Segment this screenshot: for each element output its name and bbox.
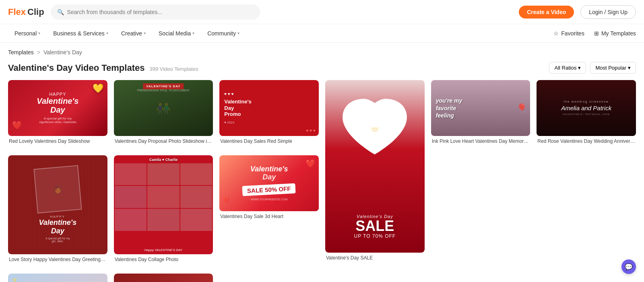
balloon-decoration: 🎈: [517, 103, 527, 113]
breadcrumb-current: Valentine's Day: [43, 49, 82, 56]
page-heading: Valentine's Day Video Templates: [8, 63, 144, 73]
logo-clip: Clip: [27, 7, 44, 17]
template-label-4: Valentine's Day SALE: [325, 253, 425, 266]
header: FlexClip 🔍 Create a Video Login / Sign U…: [0, 0, 644, 24]
chevron-down-icon: ▾: [578, 65, 581, 71]
search-input[interactable]: [67, 9, 254, 15]
heart-3d-small: ❤️: [223, 197, 229, 203]
template-card-11[interactable]: Valentine's Day: [114, 274, 213, 282]
chevron-down-icon: ▾: [38, 31, 40, 35]
template-grid: HAPPY Valentine'sDay A special gift for …: [0, 80, 644, 282]
create-video-button[interactable]: Create a Video: [519, 6, 574, 19]
template-label-5: Ink Pink Love Heart Valentines Day Memor…: [431, 136, 530, 149]
proposal-subtitle: PRESENTATION TITLE, TO DOCUMENT: [137, 89, 190, 92]
template-label-8: Valentines Day Collage Photo: [114, 254, 213, 267]
chevron-down-icon: ▾: [237, 31, 239, 35]
page-title-row: Valentine's Day Video Templates 399 Vide…: [0, 59, 644, 80]
layers-icon: ⊞: [594, 30, 599, 37]
chevron-down-icon: ▾: [192, 31, 194, 35]
chat-bubble[interactable]: 💬: [621, 259, 636, 274]
template-card-10[interactable]: ❄️ ⭐: [8, 274, 107, 282]
heart-decoration: 💛: [93, 83, 103, 94]
heart-decoration: ❤️: [12, 120, 22, 130]
popularity-filter-button[interactable]: Most Popular ▾: [590, 62, 636, 74]
template-count: 399 Video Templates: [149, 66, 198, 72]
nav-personal[interactable]: Personal ▾: [8, 24, 47, 42]
template-preview-1: HAPPY Valentine'sDay A special gift for …: [33, 88, 83, 128]
nav-creative[interactable]: Creative ▾: [115, 24, 152, 42]
template-label-7: Love Story Happy Valentines Day Greeting…: [8, 254, 107, 267]
chevron-down-icon: ▾: [106, 31, 108, 35]
template-card-5[interactable]: you're myfavoritefeeling 🎈 Ink Pink Love…: [431, 80, 530, 149]
template-card-6[interactable]: the wedding slideshow Amelia and Patrick…: [537, 80, 636, 149]
template-preview-left-3: ♥ ♥ ♥ Valentine'sDayPromo ♥ 2023: [219, 87, 269, 129]
template-card-8[interactable]: Camila ♥ Charlie Happy VALENTINE'S DAY V…: [114, 155, 213, 268]
favorites-link[interactable]: ☆ Favorites: [553, 30, 584, 37]
template-card-4[interactable]: 🤝 Valentine's Day SALE UP TO 70% OFF Val…: [325, 80, 425, 267]
star-decoration: ⭐: [12, 278, 17, 282]
main-nav: Personal ▾ Business & Services ▾ Creativ…: [0, 24, 644, 43]
heart-shape: 🤝: [339, 94, 411, 165]
template-label-3: Valentines Day Sales Red Simple: [219, 136, 319, 149]
collage-names: Camila ♥ Charlie: [149, 158, 178, 162]
sale-content: Valentine'sDay SALE 50% OFF WWW.YOURWEBS…: [238, 161, 299, 205]
my-templates-link[interactable]: ⊞ My Templates: [594, 30, 636, 37]
nav-business[interactable]: Business & Services ▾: [47, 24, 115, 42]
header-right: Create a Video Login / Sign Up: [519, 5, 636, 19]
template-text-5: you're myfavoritefeeling: [436, 97, 462, 119]
template-card-9[interactable]: BRANDNAME Valentine'sDay SALE 50% OFF WW…: [219, 155, 319, 268]
template-label-2: Valentines Day Proposal Photo Slideshow …: [114, 136, 213, 149]
star-icon: ☆: [553, 30, 559, 37]
nav-community[interactable]: Community ▾: [201, 24, 246, 42]
collage-grid: [115, 163, 213, 254]
love-story-text: HAPPY Valentine's Day A special gift for…: [39, 215, 77, 243]
page-title: Valentine's Day Video Templates 399 Vide…: [8, 63, 198, 73]
search-icon: 🔍: [57, 9, 64, 15]
logo[interactable]: FlexClip: [8, 7, 44, 17]
partial-content: Valentine's Day: [114, 274, 213, 282]
chevron-down-icon: ▾: [144, 31, 146, 35]
bottom-hearts: ♥ ♥ ♥: [306, 128, 316, 133]
search-bar[interactable]: 🔍: [51, 4, 260, 20]
template-label-9: Valentines Day Sale 3d Heart: [219, 211, 319, 224]
template-card-1[interactable]: HAPPY Valentine'sDay A special gift for …: [8, 80, 107, 149]
template-label-6: Red Rose Valentines Day Wedding Annivers…: [537, 136, 636, 149]
logo-flex: Flex: [8, 7, 26, 17]
sale-text-overlay: Valentine's Day SALE UP TO 70% OFF: [354, 214, 396, 239]
ratio-filter-button[interactable]: All Ratios ▾: [549, 62, 586, 74]
breadcrumb-separator: >: [37, 49, 40, 56]
login-button[interactable]: Login / Sign Up: [580, 5, 636, 19]
template-card-2[interactable]: 👫 VALENTINE'S DAY PRESENTATION TITLE, TO…: [114, 80, 213, 149]
wedding-text: the wedding slideshow Amelia and Patrick…: [561, 100, 611, 115]
template-label-1: Red Lovely Valentines Day Slideshow: [8, 136, 107, 149]
breadcrumb: Templates > Valentine's Day: [0, 43, 644, 59]
nav-right: ☆ Favorites ⊞ My Templates: [553, 30, 636, 37]
photo-frame: 👩: [33, 165, 82, 214]
template-card-7[interactable]: 👩 HAPPY Valentine's Day A special gift f…: [8, 155, 107, 268]
nav-social-media[interactable]: Social Media ▾: [152, 24, 201, 42]
filter-row: All Ratios ▾ Most Popular ▾: [549, 62, 636, 74]
heart-3d-decoration: ❤️: [305, 158, 316, 168]
template-card-3[interactable]: ♥ ♥ ♥ Valentine'sDayPromo ♥ 2023 ♥ ♥ ♥ V…: [219, 80, 319, 149]
collage-footer: Happy VALENTINE'S DAY: [144, 248, 182, 252]
chevron-down-icon: ▾: [628, 65, 631, 71]
template-vday-label: VALENTINE'S DAY: [143, 83, 184, 89]
breadcrumb-templates-link[interactable]: Templates: [8, 49, 34, 56]
